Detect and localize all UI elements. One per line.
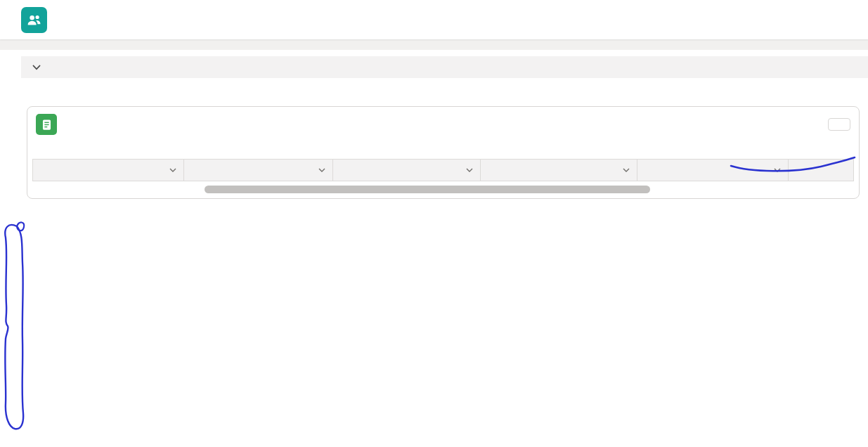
card-header (27, 107, 859, 141)
field-adjustment (615, 90, 706, 95)
horizontal-scrollbar[interactable] (27, 181, 859, 198)
people-icon (26, 12, 42, 28)
document-icon (40, 118, 53, 131)
col-header-accrual[interactable] (481, 160, 637, 181)
col-header-rebate[interactable] (333, 160, 481, 181)
annotation-left-bracket (0, 219, 31, 434)
summary-rebate (44, 145, 165, 149)
summary-total-benefit-qualifier-value (315, 145, 469, 149)
benefit-card (27, 106, 860, 199)
field-rebate (508, 90, 615, 95)
summary-accrual (590, 145, 850, 149)
scrollbar-track[interactable] (46, 185, 841, 194)
chevron-down-icon[interactable] (30, 62, 44, 73)
field-payout-calculation-date (369, 90, 508, 95)
field-status (32, 90, 179, 95)
source-table (32, 159, 854, 181)
detail-fields-row (32, 90, 868, 95)
summary-total-measure-value (469, 145, 590, 149)
benefit-type-icon (36, 114, 57, 135)
summary-measure-type (165, 145, 315, 149)
hide-source-details-button[interactable] (828, 118, 850, 131)
rebate-member-icon (21, 7, 47, 33)
record-header (0, 0, 868, 39)
section-header-fy2023[interactable] (21, 56, 868, 78)
field-end-date (278, 90, 369, 95)
chevron-down-icon (169, 168, 176, 172)
col-header-applied-benefit[interactable] (184, 160, 333, 181)
chevron-down-icon (623, 168, 630, 172)
chevron-down-icon (466, 168, 473, 172)
col-header-product-id[interactable] (789, 160, 854, 181)
field-accrual (706, 90, 868, 95)
table-header-row (33, 160, 854, 181)
scrollbar-thumb[interactable] (205, 186, 649, 193)
chevron-down-icon (774, 168, 781, 172)
field-start-date (179, 90, 278, 95)
col-header-total-amount-by-group[interactable] (637, 160, 789, 181)
col-header-source[interactable] (33, 160, 184, 181)
background-band (0, 39, 868, 50)
card-summary-row (27, 141, 859, 159)
chevron-down-icon (318, 168, 325, 172)
source-table-wrapper (32, 159, 854, 181)
